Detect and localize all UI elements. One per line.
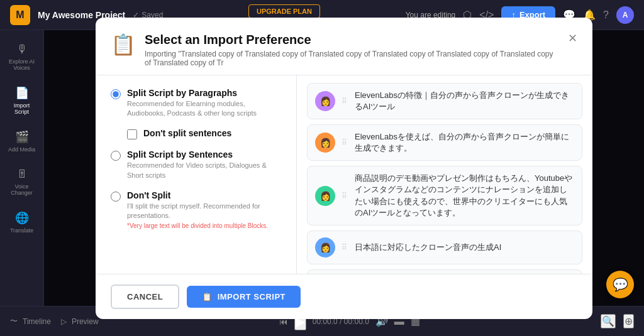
search-icon[interactable]: 🔍 <box>601 314 616 328</box>
voice-items-panel: 👩 ⠿ ElevenLabsの特徴｜自分の声から音声クローンが生成できるAIツー… <box>297 75 592 274</box>
voice-changer-icon: 🎚 <box>16 168 28 181</box>
split-paragraphs-option: Split Script by Paragraphs Recommended f… <box>111 88 281 119</box>
timeline-wave-icon: 〜 <box>10 316 18 327</box>
list-item: 👩 ⠿ ElevenLabsを使えば、自分の声から音声クローンが簡単に生成できま… <box>307 124 582 161</box>
avatar: 👩 <box>315 186 335 206</box>
modal-header: 📋 Select an Import Preference Importing … <box>96 18 592 75</box>
close-modal-button[interactable]: ✕ <box>568 33 577 44</box>
dont-split-label[interactable]: Don't Split I'll split the script myself… <box>111 190 281 229</box>
dont-split-sentences-title: Don't split sentences <box>143 128 231 138</box>
chat-support-button[interactable]: 💬 <box>606 271 634 298</box>
modal-title-area: Select an Import Preference Importing "T… <box>145 33 559 67</box>
avatar[interactable]: A <box>616 6 634 24</box>
sidebar-item-voice-changer[interactable]: 🎚 Voice Changer <box>3 163 41 201</box>
content-area: 📋 Select an Import Preference Importing … <box>44 30 644 306</box>
dont-split-desc: I'll split the script myself. Recommende… <box>127 202 281 221</box>
split-sentences-option: Split Script by Sentences Recommended fo… <box>111 149 281 180</box>
modal-title: Select an Import Preference <box>145 33 559 47</box>
split-sentences-desc: Recommended for Video scripts, Dialogues… <box>127 161 281 180</box>
dont-split-sentences-checkbox[interactable] <box>127 129 137 139</box>
zoom-icon[interactable]: ⊕ <box>623 314 634 328</box>
split-paragraphs-label[interactable]: Split Script by Paragraphs Recommended f… <box>111 88 281 119</box>
list-item: 👩 ⠿ 日本語に対応したクローン音声の生成AI <box>307 230 582 264</box>
timeline-section: 〜 Timeline <box>10 316 51 327</box>
sidebar-item-add-media[interactable]: 🎬 Add Media <box>3 125 41 158</box>
split-sentences-label[interactable]: Split Script by Sentences Recommended fo… <box>111 149 281 180</box>
modal-subtitle: Importing "Translated copy of Translated… <box>145 50 559 67</box>
import-script-icon: 📄 <box>15 86 29 100</box>
dont-split-sentences-label[interactable]: Don't split sentences <box>127 128 281 139</box>
split-paragraphs-radio[interactable] <box>111 89 121 99</box>
import-script-button[interactable]: 📋 IMPORT SCRIPT <box>187 286 301 308</box>
clipboard-icon: 📋 <box>111 33 136 57</box>
sidebar: 🎙 Explore AI Voices 📄 Import Script 🎬 Ad… <box>0 30 44 306</box>
avatar: 👩 <box>315 237 335 257</box>
options-panel: Split Script by Paragraphs Recommended f… <box>96 75 297 274</box>
voice-item-text: ElevenLabsの特徴｜自分の声から音声クローンが生成できるAIツール <box>355 90 574 112</box>
voice-item-text: 日本語に対応したクローン音声の生成AI <box>355 242 574 253</box>
dont-split-title: Don't Split <box>127 190 281 200</box>
sidebar-item-import-script[interactable]: 📄 Import Script <box>3 81 41 120</box>
help-icon[interactable]: ? <box>603 9 609 21</box>
sidebar-item-explore-label: Explore AI Voices <box>7 58 37 71</box>
split-sentences-title: Split Script by Sentences <box>127 149 281 160</box>
upgrade-button[interactable]: UPGRADE PLAN <box>248 4 320 18</box>
chat-icon: 💬 <box>613 277 628 292</box>
dont-split-radio[interactable] <box>111 192 121 202</box>
translate-icon: 🌐 <box>15 211 29 225</box>
drag-handle-icon: ⠿ <box>341 192 347 200</box>
dont-split-option: Don't Split I'll split the script myself… <box>111 190 281 229</box>
preview-label: Preview <box>72 317 99 326</box>
split-sentences-radio[interactable] <box>111 151 121 161</box>
sidebar-item-translate[interactable]: 🌐 Translate <box>3 206 41 239</box>
bottom-right-controls: 🔍 ⊕ <box>601 314 634 328</box>
modal-body: Split Script by Paragraphs Recommended f… <box>96 75 592 274</box>
sidebar-item-explore-ai-voices[interactable]: 🎙 Explore AI Voices <box>3 38 41 76</box>
list-item: 👩 ⠿ ElevenLabsの特徴｜自分の声から音声クローンが生成できるAIツー… <box>307 83 582 119</box>
cancel-button[interactable]: CANCEL <box>111 285 179 309</box>
dont-split-sentences-option: Don't split sentences <box>127 128 281 139</box>
preview-icon: ▷ <box>61 317 67 326</box>
modal-footer: CANCEL 📋 IMPORT SCRIPT <box>96 274 592 319</box>
dont-split-note: *Very large text will be divided into mu… <box>127 222 281 229</box>
split-paragraphs-desc: Recommended for Elearning modules, Audio… <box>127 99 281 119</box>
app-logo: M <box>10 5 30 25</box>
list-item: 👩 ⠿ 商品説明のデモ動画やプレゼン制作はもちろん、Youtubeやインスタグラ… <box>307 166 582 225</box>
sidebar-item-translate-label: Translate <box>10 227 33 234</box>
import-preference-modal: 📋 Select an Import Preference Importing … <box>96 18 592 319</box>
voice-item-text: ElevenLabsを使えば、自分の声から音声クローンが簡単に生成できます。 <box>355 131 574 154</box>
sidebar-item-add-media-label: Add Media <box>8 146 35 153</box>
sidebar-item-voice-changer-label: Voice Changer <box>7 183 37 196</box>
avatar: 👩 <box>315 133 335 153</box>
drag-handle-icon: ⠿ <box>341 243 347 252</box>
import-icon: 📋 <box>202 292 213 301</box>
preview-section: ▷ Preview <box>61 317 99 326</box>
avatar: 👩 <box>315 91 335 111</box>
timeline-label: Timeline <box>23 317 51 326</box>
voice-item-text: 商品説明のデモ動画やプレゼン制作はもちろん、Youtubeやインスタグラムなどの… <box>355 173 574 219</box>
drag-handle-icon: ⠿ <box>341 138 347 147</box>
modal-overlay: 📋 Select an Import Preference Importing … <box>44 30 644 306</box>
add-media-icon: 🎬 <box>15 130 29 144</box>
sidebar-item-import-label: Import Script <box>7 102 37 115</box>
explore-ai-voices-icon: 🎙 <box>16 43 28 56</box>
drag-handle-icon: ⠿ <box>341 97 347 106</box>
main-layout: 🎙 Explore AI Voices 📄 Import Script 🎬 Ad… <box>0 30 644 306</box>
split-paragraphs-title: Split Script by Paragraphs <box>127 88 281 98</box>
